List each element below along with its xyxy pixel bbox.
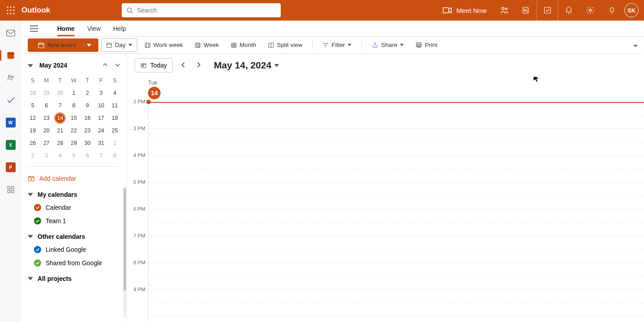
view-workweek-button[interactable]: Work week	[140, 38, 188, 52]
minical-day[interactable]: 15	[67, 112, 81, 124]
hour-slot[interactable]	[148, 102, 644, 129]
minical-day[interactable]: 19	[26, 124, 40, 137]
view-day-button[interactable]: Day	[101, 38, 137, 52]
minical-day[interactable]: 14	[53, 112, 67, 124]
minical-prev[interactable]	[101, 59, 109, 71]
minical-day[interactable]: 30	[53, 87, 67, 99]
minical-day[interactable]: 6	[80, 149, 94, 162]
rail-powerpoint[interactable]: P	[4, 161, 18, 174]
today-button[interactable]: Today	[135, 58, 173, 72]
minical-day[interactable]: 12	[26, 112, 40, 124]
minical-day[interactable]: 16	[80, 112, 94, 124]
minical-day[interactable]: 28	[26, 87, 40, 99]
minical-day[interactable]: 9	[80, 99, 94, 112]
tab-home[interactable]: Home	[57, 21, 75, 36]
minical-day[interactable]: 5	[67, 149, 81, 162]
minical-day[interactable]: 29	[40, 87, 54, 99]
minical-day[interactable]: 7	[94, 149, 108, 162]
next-day-button[interactable]	[194, 59, 203, 72]
calendar-list-item[interactable]: Team 1	[26, 214, 122, 228]
new-event-button[interactable]: New event	[28, 38, 98, 52]
minical-day[interactable]: 13	[40, 112, 54, 124]
calendar-color-checkbox[interactable]	[34, 204, 41, 211]
minical-day[interactable]: 25	[108, 124, 122, 137]
minical-day[interactable]: 23	[80, 124, 94, 137]
minical-day[interactable]: 3	[40, 149, 54, 162]
minical-day[interactable]: 8	[108, 149, 122, 162]
minical-day[interactable]: 27	[40, 137, 54, 149]
calendar-group-header[interactable]: My calendars	[26, 186, 122, 201]
view-week-button[interactable]: Week	[190, 38, 223, 52]
rail-mail[interactable]	[4, 27, 18, 39]
rail-calendar[interactable]	[4, 49, 18, 62]
ribbon-expand-icon[interactable]	[631, 39, 640, 51]
minical-day[interactable]: 8	[67, 99, 81, 112]
minical-day[interactable]: 4	[53, 149, 67, 162]
settings-icon[interactable]	[580, 0, 601, 21]
rail-word[interactable]: W	[4, 116, 18, 129]
my-day-icon[interactable]	[537, 0, 558, 21]
rail-people[interactable]	[4, 72, 18, 84]
hour-slot[interactable]	[148, 156, 644, 182]
hour-slot[interactable]	[148, 236, 644, 263]
day-grid[interactable]: Tue 14 2 PM3 PM4 PM5 PM6 PM7 PM8 PM9 PM	[127, 77, 644, 322]
calendar-color-checkbox[interactable]	[34, 217, 41, 225]
minical-day[interactable]: 22	[67, 124, 81, 137]
minical-day[interactable]: 7	[53, 99, 67, 112]
hour-slot[interactable]	[148, 263, 644, 290]
hour-slot[interactable]	[148, 182, 644, 209]
minical-day[interactable]: 4	[108, 87, 122, 99]
view-month-button[interactable]: Month	[226, 38, 261, 52]
hour-slot[interactable]	[148, 290, 644, 317]
new-event-dropdown[interactable]	[84, 44, 94, 47]
minical-day[interactable]: 20	[40, 124, 54, 137]
rail-todo[interactable]	[4, 94, 18, 106]
minical-day[interactable]: 28	[53, 137, 67, 149]
calendar-list-item[interactable]: Linked Google	[26, 243, 122, 256]
hour-slot[interactable]	[148, 129, 644, 156]
rail-excel[interactable]: X	[4, 139, 18, 151]
current-date[interactable]: May 14, 2024	[214, 60, 279, 71]
hour-slot[interactable]	[148, 209, 644, 236]
minical-day[interactable]: 1	[67, 87, 81, 99]
minical-day[interactable]: 10	[94, 99, 108, 112]
nav-toggle-icon[interactable]	[29, 25, 39, 32]
minical-day[interactable]: 2	[80, 87, 94, 99]
add-calendar-button[interactable]: Add calendar	[26, 171, 122, 186]
calendar-color-checkbox[interactable]	[34, 259, 41, 267]
account-avatar[interactable]: SK	[624, 3, 639, 17]
minical-day[interactable]: 3	[94, 87, 108, 99]
calendar-color-checkbox[interactable]	[34, 246, 41, 253]
hour-grid[interactable]	[148, 102, 644, 322]
minical-day[interactable]: 11	[108, 99, 122, 112]
print-button[interactable]: Print	[411, 38, 442, 52]
app-launcher-icon[interactable]	[0, 6, 21, 14]
minical-collapse[interactable]	[26, 59, 35, 71]
prev-day-button[interactable]	[179, 59, 188, 72]
minical-day[interactable]: 30	[80, 137, 94, 149]
calendar-list-item[interactable]: Calendar	[26, 201, 122, 214]
search-box[interactable]	[122, 3, 281, 17]
meet-now-button[interactable]: Meet Now	[436, 7, 494, 14]
calendar-list-item[interactable]: Shared from Google	[26, 256, 122, 270]
minical-day[interactable]: 31	[94, 137, 108, 149]
minical-day[interactable]: 5	[26, 99, 40, 112]
tab-view[interactable]: View	[87, 21, 101, 36]
minical-day[interactable]: 21	[53, 124, 67, 137]
minical-day[interactable]: 2	[26, 149, 40, 162]
minical-day[interactable]: 1	[108, 137, 122, 149]
filter-button[interactable]: Filter	[318, 38, 356, 52]
split-view-button[interactable]: Split view	[263, 38, 307, 52]
teams-icon[interactable]	[494, 0, 515, 21]
calendar-group-header[interactable]: All projects	[26, 270, 122, 285]
minical-next[interactable]	[114, 59, 122, 71]
minical-day[interactable]: 24	[94, 124, 108, 137]
rail-more-apps[interactable]	[4, 183, 18, 196]
tips-icon[interactable]	[601, 0, 623, 21]
onenote-icon[interactable]	[515, 0, 537, 21]
minical-day[interactable]: 29	[67, 137, 81, 149]
minical-day[interactable]: 17	[94, 112, 108, 124]
minical-day[interactable]: 6	[40, 99, 54, 112]
notifications-icon[interactable]	[558, 0, 580, 21]
minical-day[interactable]: 26	[26, 137, 40, 149]
